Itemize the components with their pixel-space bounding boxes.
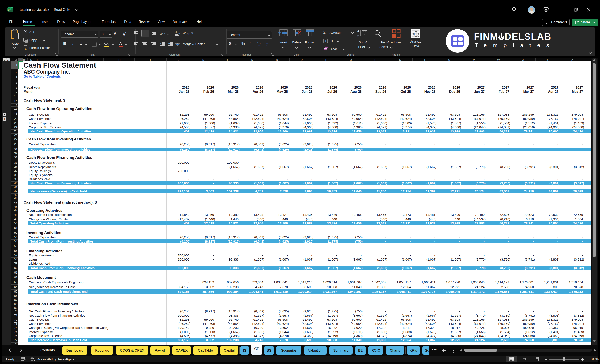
svg-text:.0: .0 bbox=[265, 45, 267, 46]
svg-text:ab: ab bbox=[159, 32, 163, 36]
svg-text:ab: ab bbox=[175, 31, 178, 34]
svg-text:A: A bbox=[357, 29, 359, 33]
svg-text:Z: Z bbox=[357, 34, 359, 38]
svg-text:.00: .00 bbox=[257, 45, 260, 46]
svg-text:x: x bbox=[8, 9, 9, 11]
svg-text:.00: .00 bbox=[265, 42, 268, 44]
svg-text:.0: .0 bbox=[260, 42, 261, 44]
